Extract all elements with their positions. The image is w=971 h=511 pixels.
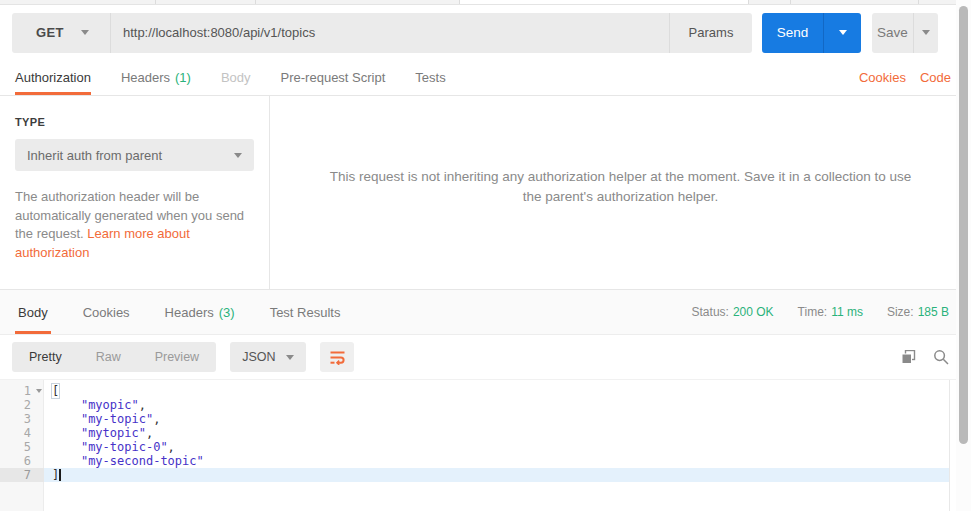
window-scrollbar[interactable] [956,0,971,511]
tab-label: Authorization [15,70,91,85]
token-string: "my-topic-0" [81,440,168,454]
chevron-down-icon [234,153,242,158]
status-label: Status: [692,305,729,319]
line-number: 3 [0,412,44,426]
chevron-down-icon [922,30,930,35]
save-options-button[interactable] [913,13,938,53]
time-badge: Time:11 ms [798,305,863,319]
save-button[interactable]: Save [872,13,913,53]
token-punct: , [153,412,160,426]
token-string: "mytopic" [81,426,146,440]
time-value: 11 ms [831,305,863,319]
request-tab-headers[interactable]: Headers(1) [121,60,191,95]
request-tab-pre-request-script[interactable]: Pre-request Script [281,60,386,95]
url-group: GET http://localhost:8080/api/v1/topics … [12,13,752,53]
text-cursor [59,469,61,481]
response-tab-test-results[interactable]: Test Results [267,290,344,334]
token-string: "myopic" [81,398,139,412]
token-bracket: [ [52,384,59,398]
tab-separator [790,0,791,4]
code-line-4: 4 "mytopic", [0,426,949,440]
response-tab-body[interactable]: Body [15,290,51,334]
response-meta: Status:200 OK Time:11 ms Size:185 B [692,290,949,334]
method-label: GET [36,25,64,40]
tab-separator [155,0,156,4]
token-indent [52,412,81,426]
wrap-text-button[interactable] [320,342,354,372]
token-string: "my-second-topic" [81,454,204,468]
type-label: TYPE [15,116,254,128]
size-label: Size: [887,305,914,319]
auth-help-text: The authorization header will be automat… [15,188,253,262]
fold-caret-icon[interactable] [36,389,42,393]
token-indent [52,398,81,412]
response-body-editor[interactable]: 1[2 "myopic",3 "my-topic",4 "mytopic",5 … [0,380,950,511]
line-number: 5 [0,440,44,454]
tab-label: Test Results [270,305,341,320]
code-line-6: 6 "my-second-topic" [0,454,949,468]
token-punct: , [139,398,146,412]
tab-count-badge: (1) [175,70,191,85]
cookies-link[interactable]: Cookies [859,70,906,85]
params-button[interactable]: Params [669,13,752,53]
send-button[interactable]: Send [762,13,823,53]
inherit-auth-message: This request is not inheriting any autho… [321,167,921,207]
view-preview[interactable]: Preview [138,342,216,372]
request-tab-links: Cookies Code [859,60,951,95]
tab-label: Cookies [83,305,130,320]
code-content: [ [44,384,949,398]
request-tabs: AuthorizationHeaders(1)BodyPre-request S… [0,60,971,96]
auth-type-select[interactable]: Inherit auth from parent [15,139,254,171]
code-link[interactable]: Code [920,70,951,85]
line-number: 2 [0,398,44,412]
send-options-button[interactable] [823,13,861,53]
response-tab-headers[interactable]: Headers(3) [162,290,238,334]
auth-type-column: TYPE Inherit auth from parent The author… [0,96,270,289]
token-indent [52,440,81,454]
size-badge: Size:185 B [887,305,949,319]
search-button[interactable] [933,349,949,365]
token-string: "my-topic" [81,412,153,426]
line-number: 6 [0,454,44,468]
response-tabs: BodyCookiesHeaders(3)Test Results Status… [0,290,971,335]
token-indent [52,454,81,468]
method-dropdown[interactable]: GET [12,13,111,53]
tab-count-badge: (3) [219,305,235,320]
view-raw[interactable]: Raw [79,342,138,372]
request-tab-authorization[interactable]: Authorization [15,60,91,95]
code-line-5: 5 "my-topic-0", [0,440,949,454]
status-badge: Status:200 OK [692,305,774,319]
code-content: ] [44,468,949,482]
request-tab-body[interactable]: Body [221,60,251,95]
tab-separator [748,0,749,4]
tab-separator [918,0,919,4]
time-label: Time: [798,305,828,319]
tab-label: Body [18,305,48,320]
tab-label: Pre-request Script [281,70,386,85]
format-select[interactable]: JSON [230,342,306,372]
wrap-text-icon [329,350,346,365]
code-line-2: 2 "myopic", [0,398,949,412]
copy-button[interactable] [901,350,916,365]
response-code: 1[2 "myopic",3 "my-topic",4 "mytopic",5 … [0,380,949,482]
active-app-tab-edge [460,0,748,4]
view-toggle: PrettyRawPreview [12,342,216,372]
url-input[interactable]: http://localhost:8080/api/v1/topics [111,13,669,53]
token-punct: , [146,426,153,440]
copy-icon [901,350,916,365]
tab-label: Body [221,70,251,85]
size-value: 185 B [918,305,949,319]
tab-label: Headers [165,305,214,320]
scrollbar-thumb[interactable] [959,6,968,444]
view-pretty[interactable]: Pretty [12,342,79,372]
code-content: "my-second-topic" [44,454,949,468]
request-tab-tests[interactable]: Tests [415,60,445,95]
chevron-down-icon [839,30,847,35]
token-punct: , [168,440,175,454]
request-url-bar: GET http://localhost:8080/api/v1/topics … [0,5,971,60]
response-tab-cookies[interactable]: Cookies [80,290,133,334]
code-line-3: 3 "my-topic", [0,412,949,426]
tab-separator [459,0,460,4]
authorization-panel: TYPE Inherit auth from parent The author… [0,96,971,290]
toolbar-icons [901,349,949,365]
